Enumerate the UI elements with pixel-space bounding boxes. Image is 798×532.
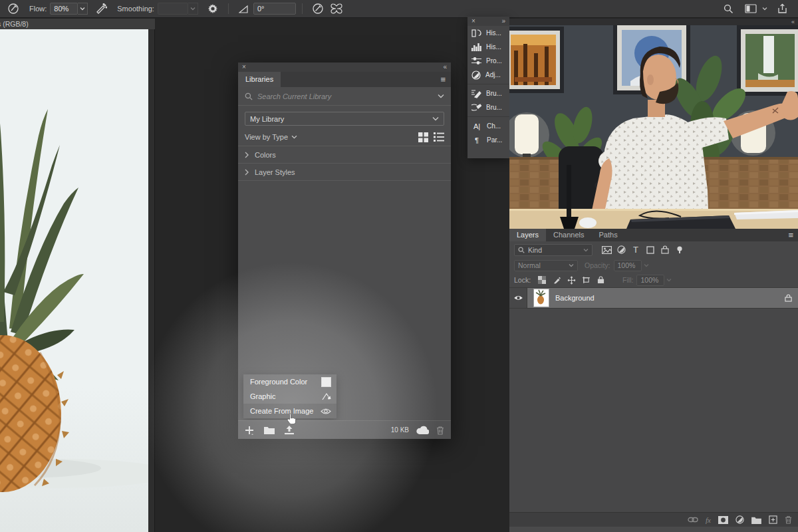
menu-item-foreground-color[interactable]: Foreground Color bbox=[243, 374, 336, 389]
video-panel-header: « bbox=[509, 19, 798, 25]
flow-value-field[interactable]: 80% bbox=[50, 3, 78, 15]
options-bar: Flow: 80% Smoothing: 0° bbox=[0, 0, 798, 18]
symmetry-butterfly-icon[interactable] bbox=[329, 2, 344, 15]
layer-filter-row: Kind T bbox=[509, 241, 798, 258]
brushes-icon bbox=[471, 103, 481, 112]
fill-value-field[interactable]: 100% bbox=[636, 275, 664, 286]
layer-row-background[interactable]: Background bbox=[509, 287, 798, 309]
dock-item-character[interactable]: A| Ch... bbox=[467, 119, 509, 133]
layer-style-fx-icon[interactable]: fx bbox=[706, 516, 711, 524]
lock-transparency-icon[interactable] bbox=[535, 276, 549, 284]
chevron-down-icon[interactable] bbox=[291, 135, 297, 139]
close-icon[interactable]: × bbox=[242, 63, 246, 72]
history-icon bbox=[471, 29, 481, 38]
lock-pixels-icon[interactable] bbox=[549, 276, 564, 285]
collapse-icon[interactable]: « bbox=[791, 19, 795, 25]
document-canvas[interactable] bbox=[0, 29, 148, 532]
chevron-right-icon bbox=[245, 152, 249, 158]
filter-toggle-icon[interactable] bbox=[672, 246, 687, 254]
add-item-icon[interactable] bbox=[245, 426, 254, 435]
layer-visibility-toggle[interactable] bbox=[509, 288, 527, 308]
fill-chevron[interactable] bbox=[666, 278, 672, 282]
dock-item-history[interactable]: His... bbox=[467, 26, 509, 40]
layers-footer: fx bbox=[509, 512, 798, 527]
expand-icon[interactable]: » bbox=[501, 17, 505, 26]
search-icon[interactable] bbox=[720, 2, 736, 15]
trash-icon[interactable] bbox=[436, 426, 444, 435]
dock-item-brushes[interactable]: Bru... bbox=[467, 100, 509, 114]
opacity-chevron[interactable] bbox=[644, 263, 649, 267]
add-mask-icon[interactable] bbox=[718, 516, 728, 524]
dock-item-histogram[interactable]: His... bbox=[467, 40, 509, 54]
link-layers-icon[interactable] bbox=[688, 517, 698, 523]
filter-shape-layers-icon[interactable] bbox=[643, 246, 658, 254]
panel-menu-icon[interactable]: ≡ bbox=[788, 230, 793, 240]
eye-icon bbox=[513, 295, 523, 301]
section-colors[interactable]: Colors bbox=[238, 146, 451, 163]
layers-tab-bar: Layers Channels Paths ≡ bbox=[509, 229, 798, 241]
airbrush-icon[interactable] bbox=[93, 2, 109, 15]
tab-paths[interactable]: Paths bbox=[592, 229, 625, 241]
smoothing-value-field[interactable] bbox=[158, 3, 188, 15]
flow-chevron[interactable] bbox=[78, 3, 88, 15]
angle-icon bbox=[236, 2, 252, 15]
brush-preset-icon[interactable] bbox=[5, 2, 21, 15]
blend-mode-select[interactable]: Normal bbox=[514, 260, 578, 271]
cloud-sync-icon[interactable] bbox=[416, 426, 429, 434]
graphic-icon bbox=[322, 392, 331, 401]
add-group-icon[interactable] bbox=[751, 516, 761, 524]
dock-item-properties[interactable]: Pro... bbox=[467, 54, 509, 68]
library-select[interactable]: My Library bbox=[245, 112, 444, 126]
libraries-footer: 10 KB bbox=[238, 420, 451, 439]
libraries-tab-bar: Libraries ≡ bbox=[238, 72, 451, 87]
layer-thumbnail[interactable] bbox=[533, 289, 549, 307]
library-search-row[interactable]: Search Current Library bbox=[238, 87, 451, 106]
share-icon[interactable] bbox=[774, 2, 790, 15]
new-group-folder-icon[interactable] bbox=[264, 426, 275, 434]
filter-kind-select[interactable]: Kind bbox=[514, 244, 593, 256]
sync-upload-icon[interactable] bbox=[285, 426, 294, 435]
filter-pixel-layers-icon[interactable] bbox=[599, 246, 614, 254]
close-icon[interactable]: × bbox=[471, 17, 475, 26]
libraries-panel: × « Libraries ≡ Search Current Library M… bbox=[238, 63, 451, 439]
workspace-icon[interactable] bbox=[743, 2, 759, 15]
libraries-panel-header: × « bbox=[238, 63, 451, 72]
dock-item-adjustments[interactable]: Adj... bbox=[467, 68, 509, 82]
tab-libraries[interactable]: Libraries bbox=[238, 72, 281, 87]
dock-item-paragraph[interactable]: ¶ Par... bbox=[467, 133, 509, 147]
dock-divider bbox=[467, 84, 509, 84]
collapse-icon[interactable]: « bbox=[443, 63, 447, 72]
brush-pressure-icon[interactable] bbox=[310, 2, 326, 15]
grid-view-icon[interactable] bbox=[418, 132, 428, 142]
search-icon bbox=[518, 247, 525, 253]
tab-layers[interactable]: Layers bbox=[509, 229, 546, 241]
menu-item-graphic[interactable]: Graphic bbox=[243, 389, 336, 404]
section-layer-styles-label: Layer Styles bbox=[255, 168, 295, 176]
lock-all-icon[interactable] bbox=[593, 276, 608, 284]
smoothing-chevron[interactable] bbox=[188, 3, 198, 15]
dock-item-brush-settings[interactable]: Bru... bbox=[467, 86, 509, 100]
list-view-icon[interactable] bbox=[434, 132, 444, 142]
section-layer-styles[interactable]: Layer Styles bbox=[238, 163, 451, 181]
lock-position-icon[interactable] bbox=[564, 276, 579, 285]
add-adjustment-icon[interactable] bbox=[735, 515, 744, 524]
smoothing-gear-icon[interactable] bbox=[205, 2, 221, 15]
panel-menu-icon[interactable]: ≡ bbox=[440, 74, 446, 84]
workspace-chevron[interactable] bbox=[762, 7, 767, 11]
add-layer-icon[interactable] bbox=[769, 515, 777, 524]
tab-channels[interactable]: Channels bbox=[546, 229, 591, 241]
lock-artboard-icon[interactable] bbox=[579, 276, 593, 284]
panel-icon-dock: × » His... His... Pro... Adj... Bru... B… bbox=[467, 17, 509, 158]
filter-adjustment-layers-icon[interactable] bbox=[614, 245, 628, 254]
angle-value-field[interactable]: 0° bbox=[253, 3, 296, 15]
delete-layer-icon[interactable] bbox=[785, 515, 792, 524]
photoshop-window: Flow: 80% Smoothing: 0° bbox=[0, 0, 798, 532]
chevron-down-icon[interactable] bbox=[438, 94, 444, 98]
filter-smart-objects-icon[interactable] bbox=[658, 245, 672, 254]
presenter-scene bbox=[509, 25, 798, 229]
document-tab[interactable]: s (RGB/8) bbox=[0, 19, 155, 29]
filter-type-layers-icon[interactable]: T bbox=[628, 245, 643, 255]
view-by-type-label[interactable]: View by Type bbox=[245, 133, 288, 141]
blend-mode-row: Normal Opacity: 100% bbox=[509, 258, 798, 273]
opacity-value-field[interactable]: 100% bbox=[614, 260, 642, 271]
